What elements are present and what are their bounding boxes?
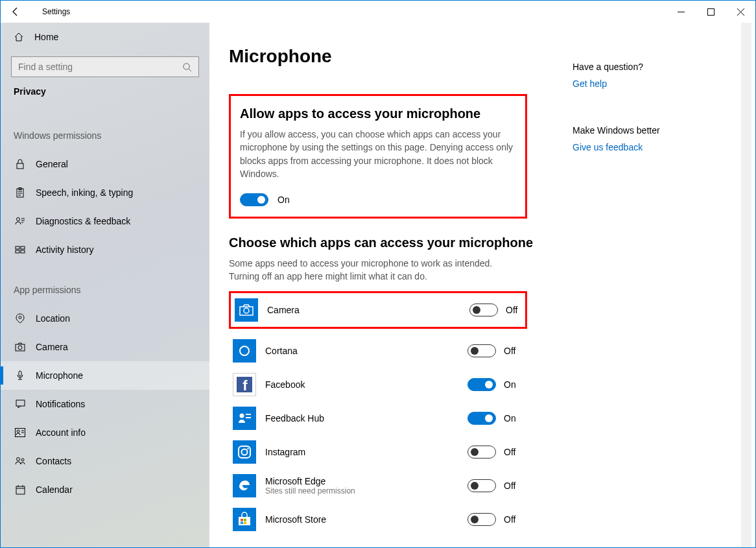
- app-state: Off: [504, 481, 522, 491]
- sidebar-item-label: Camera: [27, 342, 68, 352]
- sidebar-item-microphone[interactable]: Microphone: [1, 361, 209, 390]
- svg-rect-47: [244, 521, 246, 524]
- app-state: Off: [504, 447, 522, 457]
- app-toggle-store[interactable]: [467, 513, 496, 526]
- store-app-icon: [233, 508, 256, 531]
- allow-access-toggle[interactable]: [240, 193, 268, 206]
- app-state: Off: [506, 305, 524, 315]
- clipboard-icon: [14, 187, 27, 198]
- svg-rect-6: [17, 163, 23, 169]
- microphone-icon: [14, 370, 27, 381]
- help-question-title: Have a question?: [573, 62, 728, 72]
- location-icon: [14, 313, 27, 324]
- vertical-scrollbar[interactable]: [741, 23, 751, 547]
- app-state: On: [504, 413, 522, 423]
- svg-rect-13: [16, 246, 19, 249]
- instagram-app-icon: [233, 440, 256, 464]
- page-title: Microphone: [229, 46, 573, 67]
- app-row-facebook: f Facebook On: [229, 368, 527, 401]
- svg-rect-38: [246, 414, 251, 415]
- app-toggle-instagram[interactable]: [467, 446, 496, 459]
- sidebar-item-camera[interactable]: Camera: [1, 333, 209, 361]
- get-help-link[interactable]: Get help: [573, 78, 728, 89]
- account-icon: [14, 428, 27, 437]
- history-icon: [14, 244, 27, 255]
- sidebar-item-diagnostics[interactable]: Diagnostics & feedback: [1, 207, 209, 235]
- camera-app-icon: [235, 298, 258, 322]
- app-state: Off: [504, 514, 522, 525]
- svg-point-19: [18, 346, 22, 350]
- svg-rect-21: [16, 400, 25, 406]
- app-toggle-facebook[interactable]: [467, 378, 496, 391]
- close-button[interactable]: [726, 1, 755, 23]
- sidebar-group-app-permissions: App permissions: [1, 264, 209, 304]
- svg-rect-28: [16, 486, 25, 494]
- svg-point-42: [247, 447, 249, 449]
- app-list: Camera Off Cortana Off: [229, 291, 573, 536]
- svg-point-26: [17, 458, 20, 461]
- app-toggle-edge[interactable]: [467, 479, 496, 492]
- sidebar-item-contacts[interactable]: Contacts: [1, 447, 209, 475]
- notifications-icon: [14, 399, 27, 409]
- svg-point-4: [183, 63, 189, 69]
- sidebar-item-speech[interactable]: Speech, inking, & typing: [1, 178, 209, 207]
- sidebar-item-account-info[interactable]: Account info: [1, 418, 209, 447]
- main-panel: Microphone Allow apps to access your mic…: [209, 23, 755, 547]
- give-feedback-link[interactable]: Give us feedback: [573, 142, 728, 152]
- right-column: Have a question? Get help Make Windows b…: [573, 23, 741, 547]
- lock-icon: [14, 159, 27, 169]
- svg-point-17: [19, 316, 21, 319]
- choose-apps-title: Choose which apps can access your microp…: [229, 235, 573, 250]
- sidebar-item-general[interactable]: General: [1, 150, 209, 178]
- app-toggle-feedback-hub[interactable]: [467, 412, 496, 425]
- minimize-button[interactable]: [666, 1, 696, 23]
- cortana-app-icon: [233, 339, 256, 363]
- sidebar-item-label: Account info: [27, 427, 86, 438]
- app-name: Feedback Hub: [265, 413, 467, 423]
- search-box[interactable]: [11, 56, 199, 77]
- sidebar-item-label: Activity history: [27, 244, 93, 255]
- app-row-instagram: Instagram Off: [229, 435, 527, 469]
- contacts-icon: [14, 457, 27, 466]
- sidebar-item-label: Microphone: [27, 370, 83, 381]
- app-toggle-camera[interactable]: [469, 304, 498, 316]
- maximize-button[interactable]: [696, 1, 726, 23]
- sidebar-category: Privacy: [1, 86, 209, 110]
- svg-point-34: [240, 346, 249, 355]
- app-row-cortana: Cortana Off: [229, 334, 527, 368]
- home-icon: [14, 32, 27, 42]
- allow-section-title: Allow apps to access your microphone: [240, 106, 516, 121]
- app-toggle-cortana[interactable]: [467, 344, 496, 357]
- app-name: Cortana: [265, 346, 467, 356]
- app-name: Microsoft Store: [265, 514, 467, 525]
- sidebar-item-label: Location: [27, 313, 70, 324]
- sidebar-item-notifications[interactable]: Notifications: [1, 390, 209, 418]
- sidebar-home-label: Home: [27, 32, 58, 42]
- sidebar-item-label: Notifications: [27, 399, 85, 409]
- sidebar-item-location[interactable]: Location: [1, 304, 209, 333]
- svg-rect-45: [244, 519, 246, 521]
- app-name: Camera: [267, 305, 469, 315]
- calendar-icon: [14, 485, 27, 495]
- app-name: Instagram: [265, 447, 467, 457]
- sidebar-home[interactable]: Home: [1, 23, 209, 51]
- app-row-edge: Microsoft Edge Sites still need permissi…: [229, 469, 527, 503]
- allow-access-highlight: Allow apps to access your microphone If …: [229, 94, 527, 219]
- sidebar-item-label: Contacts: [27, 456, 71, 466]
- sidebar-item-label: Speech, inking, & typing: [27, 187, 133, 198]
- svg-point-27: [21, 459, 24, 461]
- sidebar-group-windows-permissions: Windows permissions: [1, 110, 209, 150]
- allow-access-state: On: [278, 195, 290, 205]
- svg-rect-44: [241, 519, 243, 521]
- search-input[interactable]: [18, 62, 182, 72]
- app-state: Off: [504, 346, 522, 356]
- svg-point-41: [242, 449, 248, 455]
- sidebar-item-calendar[interactable]: Calendar: [1, 475, 209, 504]
- svg-point-23: [17, 430, 19, 433]
- sidebar-item-label: General: [27, 159, 68, 169]
- titlebar: Settings: [1, 1, 755, 23]
- sidebar-item-activity-history[interactable]: Activity history: [1, 235, 209, 264]
- svg-text:f: f: [242, 377, 248, 394]
- back-button[interactable]: [1, 1, 30, 23]
- app-row-store: Microsoft Store Off: [229, 503, 527, 536]
